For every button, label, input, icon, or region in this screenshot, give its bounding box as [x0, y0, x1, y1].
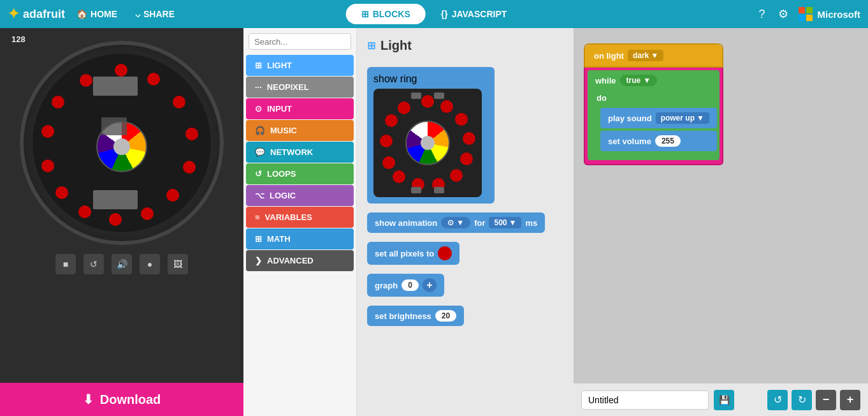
event-body: while true ▼ do play sound po [584, 68, 723, 165]
sound-dropdown[interactable]: power up ▼ [656, 112, 709, 124]
top-navigation: ✦ adafruit 🏠 HOME ⌵ SHARE ⊞ BLOCKS {} JA… [0, 0, 868, 28]
on-light-event-block: on light dark ▼ while true ▼ [584, 43, 723, 165]
chip [101, 117, 127, 135]
toolbox-item-advanced[interactable]: ❯ ADVANCED [246, 250, 354, 271]
project-name-input[interactable] [581, 390, 709, 410]
usb-connector [93, 77, 138, 96]
simulator-panel: 128 [0, 28, 243, 416]
do-label: do [588, 91, 720, 105]
toolbox-item-neopixel[interactable]: ··· NEOPIXEL [246, 77, 354, 98]
neopixel-icon: ··· [255, 82, 262, 92]
restart-button[interactable]: ↺ [83, 254, 104, 274]
settings-button[interactable]: ⚙ [776, 4, 791, 24]
simulator-controls: ■ ↺ 🔊 ● 🖼 [55, 254, 188, 274]
inner-blocks: play sound power up ▼ set volume 255 [588, 105, 720, 155]
workspace: on light dark ▼ while true ▼ [574, 28, 868, 416]
section-icon: ⊞ [367, 40, 375, 52]
home-button[interactable]: 🏠 HOME [70, 6, 124, 22]
connector-bottom [93, 190, 138, 209]
while-block[interactable]: while true ▼ [588, 70, 720, 91]
math-icon: ⊞ [255, 234, 262, 244]
play-sound-block[interactable]: play sound power up ▼ [600, 108, 717, 128]
download-label: Download [100, 392, 161, 407]
zoom-out-button[interactable]: − [816, 390, 836, 410]
ring-preview [373, 89, 482, 197]
search-input[interactable] [254, 37, 357, 47]
on-light-header[interactable]: on light dark ▼ [585, 45, 722, 66]
undo-icon: ↺ [774, 394, 782, 406]
mute-button[interactable]: 🔊 [112, 254, 132, 274]
set-pixels-label: set all pixels to [375, 249, 434, 258]
toolbox-item-network[interactable]: 💬 NETWORK [246, 142, 354, 163]
animation-picker[interactable]: ⊙ ▼ [441, 217, 470, 228]
brand-logo[interactable]: ✦ adafruit [8, 6, 65, 22]
brand-name: adafruit [23, 8, 65, 21]
javascript-tab[interactable]: {} JAVASCRIPT [426, 4, 523, 24]
zoom-in-button[interactable]: + [840, 390, 860, 410]
value-badge: 128 [11, 34, 25, 44]
undo-redo-area: ↺ ↻ − + [767, 390, 860, 410]
while-label: while [595, 76, 616, 85]
blocks-icon: ⊞ [361, 9, 369, 19]
share-button[interactable]: ⌵ SHARE [129, 6, 181, 22]
show-animation-label: show animation [375, 218, 437, 228]
condition-dropdown[interactable]: true ▼ [620, 75, 658, 86]
volume-value[interactable]: 255 [655, 135, 681, 147]
help-button[interactable]: ? [756, 5, 767, 24]
set-brightness-block[interactable]: set brightness 20 [367, 306, 464, 326]
loops-icon: ↺ [255, 169, 262, 179]
zoom-in-icon: + [847, 393, 854, 406]
toolbox-item-variables[interactable]: ≡ VARIABLES [246, 207, 354, 228]
set-all-pixels-block[interactable]: set all pixels to [367, 242, 459, 265]
graph-label: graph [375, 281, 398, 290]
brightness-value[interactable]: 20 [435, 310, 456, 322]
editor-tabs: ⊞ BLOCKS {} JAVASCRIPT [346, 4, 523, 24]
logic-icon: ⌥ [255, 191, 264, 200]
board-inner [33, 54, 211, 232]
blocks-panel: ⊞ Light show ring [357, 28, 574, 416]
toolbox-item-logic[interactable]: ⌥ LOGIC [246, 185, 354, 206]
show-animation-block[interactable]: show animation ⊙ ▼ for 500 ▼ ms [367, 212, 545, 233]
ms-label: ms [525, 218, 537, 228]
stop-button[interactable]: ■ [55, 254, 76, 274]
graph-block[interactable]: graph 0 + [367, 274, 444, 297]
nav-right-area: ? ⚙ Microsoft [756, 4, 860, 24]
toolbox-panel: 🔍 ⊞ LIGHT ··· NEOPIXEL ⊙ INPUT 🎧 MUSIC 💬… [243, 28, 357, 416]
for-label: for [474, 218, 485, 228]
screenshot-button[interactable]: 🖼 [168, 254, 188, 274]
download-icon: ⬇ [83, 392, 94, 407]
toolbox-item-math[interactable]: ⊞ MATH [246, 228, 354, 249]
js-icon: {} [441, 9, 448, 19]
show-ring-block[interactable]: show ring [367, 67, 495, 204]
redo-button[interactable]: ↻ [792, 390, 812, 410]
sound-button[interactable]: ● [140, 254, 160, 274]
loop-close [588, 155, 720, 160]
main-area: 128 [0, 28, 868, 416]
advanced-icon: ❯ [255, 256, 262, 265]
undo-button[interactable]: ↺ [767, 390, 788, 410]
set-volume-block[interactable]: set volume 255 [600, 131, 717, 151]
toolbox-item-light[interactable]: ⊞ LIGHT [246, 55, 354, 76]
toolbox-item-loops[interactable]: ↺ LOOPS [246, 163, 354, 184]
toolbox-item-input[interactable]: ⊙ INPUT [246, 98, 354, 119]
light-icon: ⊞ [255, 61, 262, 70]
network-icon: 💬 [255, 147, 265, 157]
zoom-out-icon: − [823, 393, 830, 406]
search-box: 🔍 [249, 33, 351, 50]
graph-add-button[interactable]: + [423, 278, 437, 292]
blocks-tab[interactable]: ⊞ BLOCKS [346, 4, 426, 24]
graph-value[interactable]: 0 [401, 279, 419, 291]
color-picker[interactable] [438, 246, 452, 260]
save-icon: 💾 [719, 395, 730, 405]
on-light-label: on light [594, 51, 624, 61]
show-ring-label: show ring [373, 73, 417, 85]
redo-icon: ↻ [798, 394, 806, 406]
brand-star: ✦ [8, 6, 19, 22]
section-title-text: Light [380, 38, 412, 53]
save-button[interactable]: 💾 [714, 390, 734, 410]
duration-dropdown[interactable]: 500 ▼ [489, 217, 521, 228]
download-bar[interactable]: ⬇ Download [0, 383, 243, 416]
home-icon: 🏠 [76, 9, 87, 19]
light-dropdown[interactable]: dark ▼ [628, 50, 663, 61]
toolbox-item-music[interactable]: 🎧 MUSIC [246, 120, 354, 141]
